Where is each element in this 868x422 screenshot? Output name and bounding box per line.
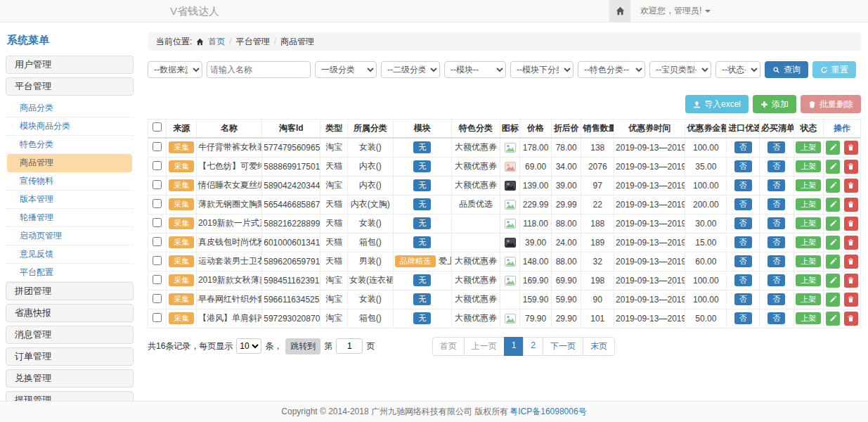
edit-button[interactable] (826, 236, 840, 250)
status-select[interactable]: --状态-- (715, 61, 760, 78)
row-checkbox[interactable] (153, 142, 162, 151)
edit-button[interactable] (826, 179, 840, 193)
delete-button[interactable] (844, 312, 858, 326)
level1-category-select[interactable]: 一级分类 (315, 61, 377, 78)
jump-page-input[interactable] (336, 338, 363, 354)
breadcrumb-home-link[interactable]: 首页 (208, 36, 225, 48)
delete-button[interactable] (844, 198, 858, 212)
import-optimal-toggle[interactable]: 否 (734, 141, 752, 154)
select-all-checkbox[interactable] (153, 122, 162, 132)
edit-button[interactable] (826, 160, 840, 174)
add-button[interactable]: 添加 (753, 95, 796, 113)
edit-button[interactable] (826, 274, 840, 288)
import-optimal-toggle[interactable]: 否 (734, 293, 752, 306)
must-buy-toggle[interactable]: 否 (767, 255, 785, 268)
page-button-首页[interactable]: 首页 (432, 337, 465, 356)
status-badge[interactable]: 上架 (796, 255, 821, 268)
row-checkbox[interactable] (153, 256, 162, 265)
must-buy-toggle[interactable]: 否 (767, 312, 785, 325)
must-buy-toggle[interactable]: 否 (767, 160, 785, 173)
status-badge[interactable]: 上架 (796, 312, 821, 325)
must-buy-toggle[interactable]: 否 (767, 293, 785, 306)
import-optimal-toggle[interactable]: 否 (734, 217, 752, 230)
icp-link[interactable]: 粤ICP备16098006号 (510, 406, 586, 418)
page-button-下一页[interactable]: 下一页 (543, 337, 583, 356)
delete-button[interactable] (844, 179, 858, 193)
sidebar-item-groupon-management[interactable]: 拼团管理 (6, 282, 134, 300)
batch-delete-button[interactable]: 批量删除 (801, 95, 861, 113)
sidebar-item-goods-category[interactable]: 商品分类 (6, 99, 134, 117)
import-optimal-toggle[interactable]: 否 (734, 236, 752, 249)
jump-button[interactable]: 跳转到 (285, 338, 320, 354)
row-checkbox[interactable] (153, 161, 162, 170)
status-badge[interactable]: 上架 (796, 198, 821, 211)
row-checkbox[interactable] (153, 275, 162, 284)
import-optimal-toggle[interactable]: 否 (734, 179, 752, 192)
page-size-select[interactable]: 10 (236, 338, 261, 354)
status-badge[interactable]: 上架 (796, 160, 821, 173)
row-checkbox[interactable] (153, 199, 162, 208)
sidebar-item-promo-materials[interactable]: 宣传物料 (6, 172, 134, 191)
must-buy-toggle[interactable]: 否 (767, 198, 785, 211)
import-optimal-toggle[interactable]: 否 (734, 274, 752, 287)
row-checkbox[interactable] (153, 180, 162, 189)
must-buy-toggle[interactable]: 否 (767, 217, 785, 230)
user-menu[interactable]: 欢迎您，管理员! (630, 0, 720, 22)
sidebar-item-module-goods-category[interactable]: 模块商品分类 (6, 117, 134, 136)
status-badge[interactable]: 上架 (796, 274, 821, 287)
module-select[interactable]: --模块-- (444, 61, 506, 78)
edit-button[interactable] (826, 293, 840, 307)
edit-button[interactable] (826, 312, 840, 326)
data-source-select[interactable]: --数据来源-- (148, 61, 202, 78)
status-badge[interactable]: 上架 (796, 236, 821, 249)
page-button-2[interactable]: 2 (523, 337, 543, 356)
sidebar-item-platform-management[interactable]: 平台管理 (6, 77, 134, 96)
delete-button[interactable] (844, 255, 858, 269)
row-checkbox[interactable] (153, 237, 162, 246)
sidebar-item-order-management[interactable]: 订单管理 (6, 347, 134, 366)
sidebar-item-exchange-management[interactable]: 兑换管理 (6, 369, 134, 388)
search-button[interactable]: 查询 (765, 61, 808, 78)
row-checkbox[interactable] (153, 294, 162, 303)
level2-category-select[interactable]: --二级分类-- (381, 61, 440, 78)
page-button-上一页[interactable]: 上一页 (464, 337, 505, 356)
sidebar-item-saving-news[interactable]: 省惠快报 (6, 304, 134, 322)
module-subcategory-select[interactable]: --模块下分类-- (510, 61, 574, 78)
must-buy-toggle[interactable]: 否 (767, 141, 785, 154)
edit-button[interactable] (826, 141, 840, 155)
name-search-input[interactable] (207, 61, 311, 78)
sidebar-item-feature-category[interactable]: 特色分类 (6, 136, 134, 154)
edit-button[interactable] (826, 198, 840, 212)
import-optimal-toggle[interactable]: 否 (734, 312, 752, 325)
status-badge[interactable]: 上架 (796, 179, 821, 192)
page-button-1[interactable]: 1 (504, 337, 524, 356)
sidebar-item-carousel-management[interactable]: 轮播管理 (6, 209, 134, 227)
row-checkbox[interactable] (153, 218, 162, 227)
import-optimal-toggle[interactable]: 否 (734, 160, 752, 173)
status-badge[interactable]: 上架 (796, 217, 821, 230)
page-button-末页[interactable]: 末页 (583, 337, 615, 356)
import-excel-button[interactable]: 导入excel (685, 95, 749, 113)
edit-button[interactable] (826, 255, 840, 269)
delete-button[interactable] (844, 274, 858, 288)
sidebar-item-goods-management[interactable]: 商品管理 (7, 154, 132, 172)
status-badge[interactable]: 上架 (796, 293, 821, 306)
sidebar-item-platform-config[interactable]: 平台配置 (6, 264, 134, 282)
item-type-select[interactable]: --宝贝类型-- (649, 61, 711, 78)
sidebar-item-user-management[interactable]: 用户管理 (6, 56, 134, 74)
sidebar-item-message-management[interactable]: 消息管理 (6, 326, 134, 344)
home-nav-button[interactable] (609, 0, 630, 22)
must-buy-toggle[interactable]: 否 (767, 236, 785, 249)
delete-button[interactable] (844, 236, 858, 250)
delete-button[interactable] (844, 217, 858, 231)
sidebar-item-splash-page-management[interactable]: 启动页管理 (6, 227, 134, 245)
sidebar-item-feedback[interactable]: 意见反馈 (6, 245, 134, 264)
delete-button[interactable] (844, 160, 858, 174)
row-checkbox[interactable] (153, 313, 162, 322)
import-optimal-toggle[interactable]: 否 (734, 255, 752, 268)
reset-button[interactable]: 重置 (812, 61, 856, 78)
must-buy-toggle[interactable]: 否 (767, 179, 785, 192)
must-buy-toggle[interactable]: 否 (767, 274, 785, 287)
import-optimal-toggle[interactable]: 否 (734, 198, 752, 211)
delete-button[interactable] (844, 141, 858, 155)
